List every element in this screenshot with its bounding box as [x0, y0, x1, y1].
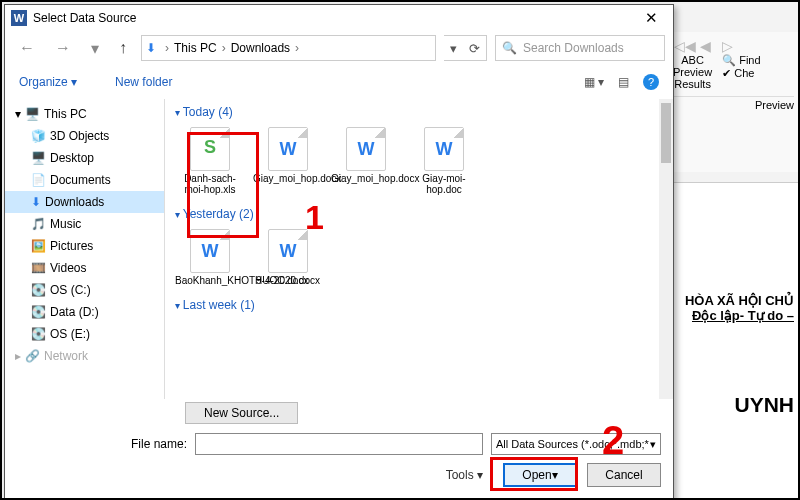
cancel-button[interactable]: Cancel — [587, 463, 661, 487]
ribbon-group-label: Preview — [673, 96, 794, 111]
search-icon: 🔍 — [502, 41, 517, 55]
search-placeholder: Search Downloads — [523, 41, 624, 55]
tree-desktop[interactable]: 🖥️Desktop — [5, 147, 164, 169]
nav-up[interactable]: ↑ — [113, 37, 133, 59]
file-list[interactable]: Today (4) SDanh-sach-moi-hop.xls WGiay_m… — [165, 99, 673, 399]
tree-downloads[interactable]: ⬇Downloads — [5, 191, 164, 213]
tree-pictures[interactable]: 🖼️Pictures — [5, 235, 164, 257]
file-item[interactable]: WGiay_moi_hop.docx — [251, 123, 325, 199]
navigation-tree[interactable]: ▾🖥️This PC 🧊3D Objects 🖥️Desktop 📄Docume… — [5, 99, 165, 399]
scrollbar-thumb[interactable] — [661, 103, 671, 163]
tree-videos[interactable]: 🎞️Videos — [5, 257, 164, 279]
ribbon-find[interactable]: Find — [739, 54, 760, 66]
path-root[interactable]: This PC — [174, 41, 217, 55]
close-button[interactable]: ✕ — [635, 9, 667, 27]
tools-menu[interactable]: Tools ▾ — [446, 468, 483, 482]
tree-drive-d[interactable]: 💽Data (D:) — [5, 301, 164, 323]
scrollbar[interactable] — [659, 99, 673, 399]
group-yesterday[interactable]: Yesterday (2) — [165, 201, 673, 223]
tree-music[interactable]: 🎵Music — [5, 213, 164, 235]
group-last-week[interactable]: Last week (1) — [165, 292, 673, 314]
group-today[interactable]: Today (4) — [165, 99, 673, 121]
open-button[interactable]: Open ▾ — [503, 463, 577, 487]
file-item[interactable]: WGiay-moi-hop.doc — [407, 123, 481, 199]
ribbon-check[interactable]: Che — [734, 67, 754, 79]
path-folder[interactable]: Downloads — [231, 41, 290, 55]
nav-back[interactable]: ← — [13, 37, 41, 59]
file-item[interactable]: WBaoKhanh_KHOTHUOC.docx — [173, 225, 247, 290]
filename-input[interactable] — [195, 433, 483, 455]
help-icon[interactable]: ? — [643, 74, 659, 90]
tree-documents[interactable]: 📄Documents — [5, 169, 164, 191]
filename-label: File name: — [107, 437, 187, 451]
new-source-button[interactable]: New Source... — [185, 402, 298, 424]
chevron-right-icon[interactable]: › — [219, 41, 229, 55]
address-dropdown[interactable]: ▾ — [444, 41, 463, 56]
new-folder-button[interactable]: New folder — [115, 75, 172, 89]
file-item[interactable]: WGiay_moi_hop.docx — [329, 123, 403, 199]
file-type-filter[interactable]: All Data Sources (*.odc;*.mdb;*▾ — [491, 433, 661, 455]
tree-drive-c[interactable]: 💽OS (C:) — [5, 279, 164, 301]
chevron-right-icon[interactable]: › — [162, 41, 172, 55]
chevron-right-icon[interactable]: › — [292, 41, 302, 55]
search-input[interactable]: 🔍 Search Downloads — [495, 35, 665, 61]
view-details-button[interactable]: ▤ — [618, 75, 629, 89]
word-icon: W — [11, 10, 27, 26]
refresh-button[interactable]: ⟳ — [463, 41, 486, 56]
tree-root[interactable]: ▾🖥️This PC — [5, 103, 164, 125]
annotation-number-1: 1 — [305, 198, 324, 237]
downloads-icon: ⬇ — [146, 41, 156, 55]
nav-history[interactable]: ▾ — [85, 37, 105, 60]
file-dialog: W Select Data Source ✕ ← → ▾ ↑ ⬇ › This … — [4, 4, 674, 500]
nav-forward: → — [49, 37, 77, 59]
tree-3d-objects[interactable]: 🧊3D Objects — [5, 125, 164, 147]
ribbon-abc: ABC — [673, 54, 712, 66]
organize-menu[interactable]: Organize ▾ — [19, 75, 77, 89]
ribbon-preview[interactable]: Preview — [673, 66, 712, 78]
chevron-down-icon: ▾ — [650, 438, 656, 451]
file-item[interactable]: SDanh-sach-moi-hop.xls — [173, 123, 247, 199]
ribbon-results: Results — [673, 78, 712, 90]
tree-drive-e[interactable]: 💽OS (E:) — [5, 323, 164, 345]
dialog-title: Select Data Source — [33, 11, 635, 25]
address-bar[interactable]: ⬇ › This PC › Downloads › — [141, 35, 436, 61]
annotation-number-2: 2 — [602, 418, 624, 463]
view-icons-button[interactable]: ▦ ▾ — [584, 75, 604, 89]
tree-network[interactable]: ▸🔗Network — [5, 345, 164, 367]
